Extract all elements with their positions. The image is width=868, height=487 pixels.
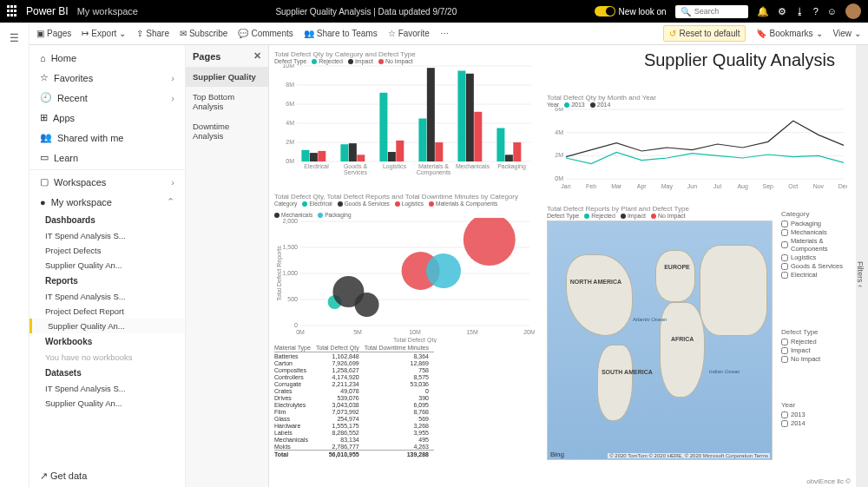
nav-home[interactable]: ⌂ Home bbox=[30, 49, 185, 68]
slicer-item[interactable]: Packaging bbox=[781, 220, 851, 227]
slicer-item[interactable]: Goods & Services bbox=[781, 262, 851, 270]
svg-rect-23 bbox=[396, 141, 404, 161]
hamburger-icon[interactable]: ☰ bbox=[0, 28, 29, 49]
svg-rect-31 bbox=[466, 74, 474, 161]
table-visual[interactable]: Material TypeTotal Defect QtyTotal Downt… bbox=[274, 344, 535, 483]
svg-text:Dec: Dec bbox=[838, 183, 847, 189]
nav-item[interactable]: Supplier Quality An... bbox=[30, 258, 185, 273]
nav-learn[interactable]: ▭ Learn bbox=[30, 148, 185, 168]
app-launcher-icon[interactable] bbox=[7, 5, 19, 17]
filters-pane-collapsed[interactable]: Filters ‹ bbox=[856, 45, 868, 487]
nav-item[interactable]: IT Spend Analysis S... bbox=[30, 381, 185, 396]
share-teams-button[interactable]: 👥 Share to Teams bbox=[304, 29, 378, 38]
global-search[interactable]: 🔍 bbox=[675, 5, 748, 18]
report-canvas: Supplier Quality Analysis Total Defect Q… bbox=[269, 45, 856, 487]
nav-item[interactable]: IT Spend Analysis S... bbox=[30, 289, 185, 304]
svg-text:Materials &: Materials & bbox=[418, 163, 449, 169]
slicer-item[interactable]: Materials & Components bbox=[781, 237, 851, 253]
get-data-button[interactable]: ↗ Get data bbox=[40, 471, 87, 482]
svg-text:1,500: 1,500 bbox=[282, 244, 298, 250]
feedback-icon[interactable]: ☺ bbox=[827, 6, 837, 16]
svg-text:Electrical: Electrical bbox=[304, 163, 329, 169]
bing-logo: Bing bbox=[550, 451, 564, 458]
nav-shared[interactable]: 👥 Shared with me bbox=[30, 128, 185, 148]
slicer-category[interactable]: Category Packaging Mechanicals Materials… bbox=[781, 210, 851, 280]
nav-recent[interactable]: 🕘 Recent› bbox=[30, 88, 185, 108]
svg-text:Oct: Oct bbox=[788, 183, 798, 189]
page-tab[interactable]: Top Bottom Analysis bbox=[186, 87, 268, 116]
slicer-item[interactable]: Electrical bbox=[781, 271, 851, 279]
nav-item[interactable]: Supplier Quality An... bbox=[30, 319, 185, 333]
export-menu[interactable]: ↦ Export ⌄ bbox=[82, 29, 126, 38]
svg-text:Jun: Jun bbox=[687, 183, 697, 189]
favorite-button[interactable]: ☆ Favorite bbox=[388, 29, 430, 38]
bar-chart-visual[interactable]: Total Defect Qty by Category and Defect … bbox=[274, 50, 535, 188]
page-tab[interactable]: Supplier Quality bbox=[186, 67, 268, 87]
pages-toggle[interactable]: ▣ Pages bbox=[36, 29, 71, 38]
svg-text:Jul: Jul bbox=[713, 183, 721, 189]
svg-text:Services: Services bbox=[344, 169, 367, 175]
slicer-year[interactable]: Year 2013 2014 bbox=[781, 401, 851, 428]
nav-item[interactable]: IT Spend Analysis S... bbox=[30, 228, 185, 243]
svg-text:Packaging: Packaging bbox=[497, 163, 526, 170]
workspace-breadcrumb[interactable]: My workspace bbox=[77, 6, 138, 16]
download-icon[interactable]: ⭳ bbox=[795, 6, 805, 16]
svg-text:Goods &: Goods & bbox=[344, 163, 368, 169]
slicer-item[interactable]: 2013 bbox=[781, 411, 851, 418]
nav-group-header: Dashboards bbox=[30, 212, 185, 228]
settings-icon[interactable]: ⚙ bbox=[778, 6, 786, 17]
svg-text:0M: 0M bbox=[286, 158, 294, 164]
nav-item[interactable]: Supplier Quality An... bbox=[30, 396, 185, 411]
notifications-icon[interactable]: 🔔 bbox=[757, 6, 769, 17]
svg-text:Logistics: Logistics bbox=[383, 163, 407, 170]
new-look-toggle[interactable] bbox=[595, 6, 615, 16]
svg-text:10M: 10M bbox=[282, 64, 294, 69]
nav-group-header: Workbooks bbox=[30, 333, 185, 350]
bookmarks-menu[interactable]: 🔖 Bookmarks ⌄ bbox=[756, 29, 822, 38]
nav-item[interactable]: Project Defects bbox=[30, 243, 185, 258]
nav-item[interactable]: Project Defect Report bbox=[30, 304, 185, 319]
nav-myworkspace[interactable]: ● My workspace⌃ bbox=[30, 192, 185, 212]
map-visual[interactable]: Total Defect Reports by Plant and Defect… bbox=[547, 205, 773, 465]
svg-point-79 bbox=[355, 293, 379, 317]
nav-apps[interactable]: ⊞ Apps bbox=[30, 108, 185, 128]
svg-text:Total Defect Reports: Total Defect Reports bbox=[276, 246, 283, 301]
svg-text:8M: 8M bbox=[286, 82, 294, 88]
slicer-item[interactable]: Mechanicals bbox=[781, 228, 851, 236]
nav-favorites[interactable]: ☆ Favorites› bbox=[30, 68, 185, 88]
slicer-item[interactable]: No Impact bbox=[781, 355, 851, 363]
subscribe-button[interactable]: ✉ Subscribe bbox=[180, 29, 227, 38]
more-menu[interactable]: ⋯ bbox=[440, 29, 449, 38]
nav-group-header: Datasets bbox=[30, 365, 185, 381]
nav-group-header: Reports bbox=[30, 273, 185, 289]
nav-workspaces[interactable]: ▢ Workspaces› bbox=[30, 172, 185, 192]
slicer-defect-type[interactable]: Defect Type Rejected Impact No Impact bbox=[781, 328, 851, 364]
line-chart-visual[interactable]: Total Defect Qty by Month and Year Year … bbox=[547, 94, 847, 198]
svg-rect-17 bbox=[349, 143, 357, 161]
search-input[interactable] bbox=[694, 7, 738, 16]
scatter-legend: Category Electrical Goods & Services Log… bbox=[274, 201, 535, 218]
svg-rect-32 bbox=[474, 112, 482, 161]
command-bar: ▣ Pages ↦ Export ⌄ ⇪ Share ✉ Subscribe 💬… bbox=[30, 23, 868, 45]
svg-rect-34 bbox=[496, 128, 504, 162]
close-icon[interactable]: ✕ bbox=[253, 50, 261, 62]
slicer-item[interactable]: Logistics bbox=[781, 253, 851, 261]
scatter-chart-visual[interactable]: Total Defect Qty, Total Defect Reports a… bbox=[274, 193, 535, 339]
world-map[interactable]: NORTH AMERICA EUROPE AFRICA SOUTH AMERIC… bbox=[547, 220, 773, 460]
help-icon[interactable]: ? bbox=[813, 6, 819, 16]
page-tab[interactable]: Downtime Analysis bbox=[186, 116, 268, 146]
svg-text:4M: 4M bbox=[286, 120, 294, 126]
svg-rect-26 bbox=[427, 68, 435, 161]
svg-rect-12 bbox=[301, 150, 309, 161]
comments-button[interactable]: 💬 Comments bbox=[238, 29, 293, 38]
slicer-item[interactable]: Rejected bbox=[781, 338, 851, 346]
share-button[interactable]: ⇪ Share bbox=[136, 29, 169, 38]
left-nav: ⌂ Home ☆ Favorites› 🕘 Recent› ⊞ Apps 👥 S… bbox=[30, 45, 186, 487]
reset-button[interactable]: ↺ Reset to default bbox=[663, 25, 746, 42]
user-avatar[interactable] bbox=[845, 3, 861, 19]
svg-text:5M: 5M bbox=[353, 329, 362, 335]
slicer-item[interactable]: Impact bbox=[781, 346, 851, 354]
view-menu[interactable]: View ⌄ bbox=[833, 29, 862, 38]
slicer-item[interactable]: 2014 bbox=[781, 419, 851, 427]
chart-title: Total Defect Qty by Month and Year bbox=[547, 94, 847, 102]
